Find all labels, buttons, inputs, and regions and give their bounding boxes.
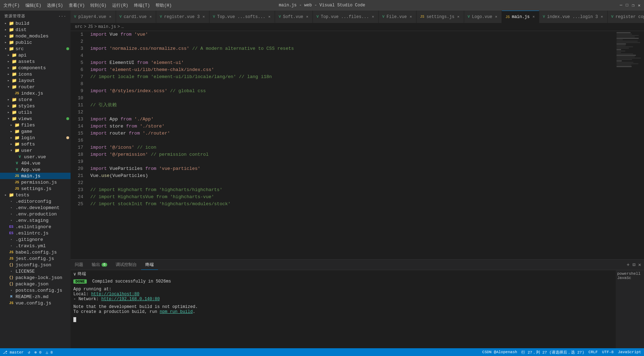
- language-mode[interactable]: JavaScript: [618, 350, 641, 354]
- terminal-area[interactable]: DONE Compiled successfully in 5026ms App…: [71, 278, 616, 348]
- sidebar-item-game[interactable]: ▸📁game: [0, 128, 71, 135]
- sidebar-item-jsconfig.json[interactable]: {}jsconfig.json: [0, 262, 71, 268]
- local-url-link[interactable]: http://localhost:80: [91, 292, 139, 297]
- sidebar-item-utils[interactable]: ▸📁utils: [0, 109, 71, 115]
- sidebar-item-user[interactable]: ▾📁user: [0, 147, 71, 154]
- sidebar-item-App.vue[interactable]: VApp.vue: [0, 166, 71, 173]
- close-btn[interactable]: ✕: [638, 3, 640, 8]
- sidebar-item-router[interactable]: ▾📁router: [0, 84, 71, 90]
- eol-type[interactable]: CRLF: [589, 350, 598, 354]
- tab-Top.vue-files[interactable]: VTop.vue ...files...×: [313, 11, 378, 23]
- tab-register copy.vue[interactable]: Vregister copy.vue×: [608, 11, 644, 23]
- sidebar-item-.gitignore[interactable]: ·.gitignore: [0, 236, 71, 243]
- code-line[interactable]: import ElementUI from 'element-ui': [90, 59, 616, 66]
- menu-edit[interactable]: 编辑(E): [25, 2, 42, 8]
- sidebar-item-store[interactable]: ▸📁store: [0, 96, 71, 103]
- sidebar-item-.env.staging[interactable]: ·.env.staging: [0, 217, 71, 224]
- code-line[interactable]: import 'element-ui/lib/theme-chalk/index…: [90, 66, 616, 73]
- sidebar-item-icons[interactable]: ▸📁icons: [0, 71, 71, 77]
- tab-close-btn[interactable]: ×: [149, 14, 153, 20]
- window-controls[interactable]: ─ □ ❐ ✕: [620, 3, 640, 8]
- code-line[interactable]: // import Highchart from 'highcharts/hig…: [90, 186, 616, 194]
- panel-tab-debug[interactable]: 调试控制台: [111, 260, 141, 270]
- sidebar-item-babel.config.js[interactable]: JSbabel.config.js: [0, 249, 71, 255]
- code-line[interactable]: import store from './store': [90, 123, 616, 130]
- sidebar-item-package-lock.json[interactable]: {}package-lock.json: [0, 274, 71, 281]
- sidebar-item-files[interactable]: ▸📁files: [0, 122, 71, 128]
- breadcrumb-mainjs[interactable]: main.js: [98, 24, 116, 29]
- code-line[interactable]: [90, 158, 616, 165]
- tab-card1.vue[interactable]: Vcard1.vue×: [116, 11, 156, 23]
- code-line[interactable]: [90, 95, 616, 102]
- sidebar-item-README-zh.md[interactable]: MREADME-zh.md: [0, 293, 71, 300]
- sidebar-item-layout[interactable]: ▸📁layout: [0, 77, 71, 84]
- tab-File.vue[interactable]: VFile.vue×: [379, 11, 417, 23]
- sidebar-item-index.js-router[interactable]: JSindex.js: [0, 90, 71, 96]
- sync-btn[interactable]: ↺: [28, 350, 30, 355]
- sidebar-item-postcss.config.js[interactable]: ·postcss.config.js: [0, 287, 71, 293]
- menu-file[interactable]: 文件(F): [4, 2, 20, 8]
- sidebar-item-package.json[interactable]: {}package.json: [0, 281, 71, 287]
- panel-tab-terminal[interactable]: 终端: [141, 260, 158, 270]
- code-line[interactable]: [90, 52, 616, 59]
- sidebar-item-node_modules[interactable]: ▸📁node_modules: [0, 33, 71, 39]
- git-branch[interactable]: ⎇ master: [3, 350, 24, 355]
- sidebar-item-views[interactable]: ▾📁views: [0, 115, 71, 122]
- tab-close-btn[interactable]: ×: [600, 14, 604, 20]
- code-line[interactable]: import Vue from 'vue': [90, 31, 616, 38]
- sidebar-item-login[interactable]: ▸📁login: [0, 135, 71, 141]
- sidebar-item-assets[interactable]: ▸📁assets: [0, 58, 71, 65]
- sidebar-item-build[interactable]: ▸📁build: [0, 20, 71, 26]
- panel-close-btn[interactable]: ✕: [638, 262, 641, 268]
- sidebar-item-public[interactable]: ▸📁public: [0, 39, 71, 46]
- tab-close-btn[interactable]: ×: [268, 14, 272, 20]
- tab-close-btn[interactable]: ×: [532, 14, 536, 20]
- menu-bar[interactable]: 文件(F) 编辑(E) 选择(S) 查看(V) 转到(G) 运行(R) 终端(T…: [4, 2, 172, 8]
- sidebar-item-dist[interactable]: ▸📁dist: [0, 26, 71, 33]
- tab-close-btn[interactable]: ×: [494, 14, 498, 20]
- sidebar-item-.env.development[interactable]: ·.env.development: [0, 204, 71, 211]
- code-line[interactable]: Vue.use(VueParticles): [90, 172, 616, 179]
- terminal-right-javascript[interactable]: JavaSc: [617, 276, 643, 280]
- sidebar-item-.env.production[interactable]: ·.env.production: [0, 211, 71, 217]
- code-line[interactable]: import VueParticles from 'vue-particles': [90, 165, 616, 172]
- sidebar-item-main.js[interactable]: JSmain.js: [0, 173, 71, 179]
- tab-register.vue[interactable]: Vregister.vue 3×: [156, 11, 209, 23]
- sidebar-item-vue.config.js[interactable]: JSvue.config.js: [0, 300, 71, 306]
- sidebar-item-softs[interactable]: ▸📁softs: [0, 141, 71, 147]
- restore-btn[interactable]: ❐: [632, 3, 634, 8]
- sidebar-item-components[interactable]: ▸📁components: [0, 65, 71, 71]
- code-line[interactable]: import '@/icons' // icon: [90, 144, 616, 151]
- menu-run[interactable]: 运行(R): [112, 2, 128, 8]
- panel-tab-problems[interactable]: 问题: [71, 260, 87, 270]
- csdn-link[interactable]: CSDN @Alopenash: [482, 350, 517, 354]
- tab-Logo.vue[interactable]: VLogo.vue×: [464, 11, 502, 23]
- sidebar-options[interactable]: ···: [58, 14, 66, 18]
- menu-help[interactable]: 帮助(H): [156, 2, 172, 8]
- code-line[interactable]: [90, 81, 616, 88]
- maximize-btn[interactable]: □: [626, 3, 628, 8]
- panel-tab-output[interactable]: 输出 6: [87, 260, 111, 270]
- tab-close-btn[interactable]: ×: [456, 14, 460, 20]
- code-area[interactable]: import Vue from 'vue' import 'normalize.…: [87, 31, 616, 259]
- sidebar-item-.travis.yml[interactable]: ·.travis.yml: [0, 243, 71, 249]
- sidebar-item-src[interactable]: ▾📁src: [0, 46, 71, 52]
- tab-close-btn[interactable]: ×: [371, 14, 375, 20]
- code-line[interactable]: [90, 38, 616, 45]
- code-line[interactable]: [90, 137, 616, 144]
- code-line[interactable]: import 'normalize.css/normalize.css' // …: [90, 45, 616, 52]
- sidebar-item-api[interactable]: ▸📁api: [0, 52, 71, 58]
- encoding-type[interactable]: UTF-8: [602, 350, 614, 354]
- sidebar-item-.eslintignore[interactable]: ES.eslintignore: [0, 224, 71, 230]
- menu-terminal[interactable]: 终端(T): [134, 2, 150, 8]
- code-line[interactable]: [90, 179, 616, 186]
- sidebar-item-LICENSE[interactable]: ·LICENSE: [0, 268, 71, 274]
- code-line[interactable]: // 引入依赖: [90, 102, 616, 109]
- code-line[interactable]: import '@/permission' // permission cont…: [90, 151, 616, 158]
- code-line[interactable]: // import HighchartsVue from 'highcharts…: [90, 194, 616, 201]
- sidebar-item-styles[interactable]: ▸📁styles: [0, 103, 71, 109]
- code-line[interactable]: // import stockInit from 'highcharts/mod…: [90, 201, 616, 208]
- sidebar-item-jest.config.js[interactable]: JSjest.config.js: [0, 255, 71, 262]
- tab-index.vue-login[interactable]: Vindex.vue ...login 3×: [539, 11, 608, 23]
- terminal-right-powershell[interactable]: powershell: [617, 272, 643, 276]
